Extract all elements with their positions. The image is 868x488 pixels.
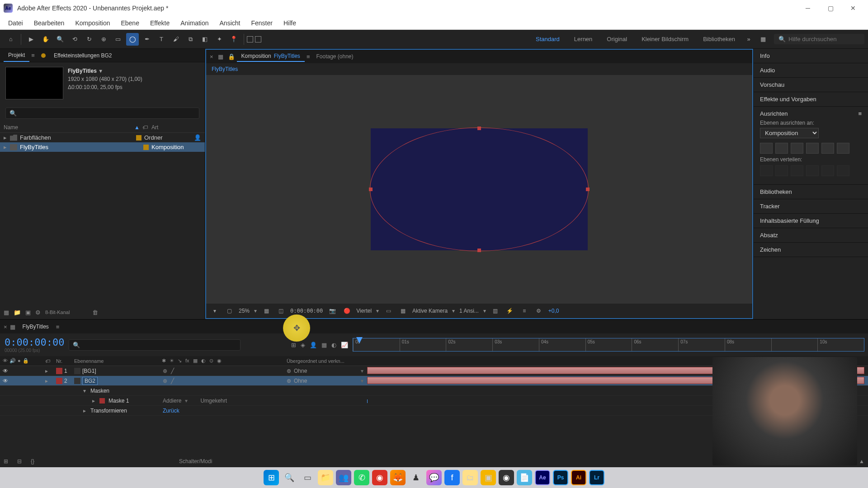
project-tab[interactable]: Projekt [4, 49, 29, 62]
new-folder-icon[interactable]: 📁 [14, 309, 21, 316]
obs-icon[interactable]: ◉ [499, 470, 514, 485]
zoom-tool-icon[interactable]: 🔍 [54, 33, 66, 46]
menu-effekte[interactable]: Effekte [145, 18, 175, 28]
minimize-button[interactable]: ─ [797, 0, 819, 16]
snapshot-icon[interactable]: 📷 [327, 306, 337, 316]
app-icon-3[interactable]: ▣ [481, 470, 496, 485]
notepad-icon[interactable]: 📄 [517, 470, 532, 485]
menu-datei[interactable]: Datei [3, 18, 28, 28]
align-hcenter-button[interactable] [775, 143, 788, 154]
mask-handle-left[interactable] [369, 188, 373, 191]
app-icon-2[interactable]: ♟ [408, 470, 424, 485]
switches-modes-toggle[interactable]: Schalter/Modi [179, 458, 212, 465]
puppet-tool-icon[interactable]: 📍 [227, 33, 240, 46]
panel-inhaltsbasierte-füllung[interactable]: Inhaltsbasierte Füllung [754, 214, 868, 228]
toggle-switches-icon[interactable]: ⊞ [4, 458, 8, 465]
help-search[interactable]: 🔍 [774, 34, 864, 44]
type-tool-icon[interactable]: T [155, 33, 168, 46]
current-time[interactable]: 0:00:00:00 [290, 308, 323, 314]
exposure-value[interactable]: +0,0 [548, 308, 559, 314]
menu-bearbeiten[interactable]: Bearbeiten [28, 18, 70, 28]
fill-swatch[interactable] [247, 36, 253, 42]
align-top-button[interactable] [806, 143, 819, 154]
workspace-kleiner bildschirm[interactable]: Kleiner Bildschirm [635, 33, 695, 45]
hand-tool-icon[interactable]: ✋ [39, 33, 52, 46]
display-icon[interactable]: ▢ [224, 306, 234, 316]
roto-tool-icon[interactable]: ✦ [213, 33, 226, 46]
project-item[interactable]: ▸FarbflächenOrdner👤 [0, 133, 205, 142]
panel-info[interactable]: Info [754, 49, 868, 63]
graph-editor-icon[interactable]: 📈 [341, 342, 348, 348]
panel-zeichen[interactable]: Zeichen [754, 243, 868, 257]
align-bottom-button[interactable] [837, 143, 849, 154]
rectangle-tool-icon[interactable]: ▭ [112, 33, 124, 46]
whatsapp-icon[interactable]: ✆ [354, 470, 369, 485]
align-right-button[interactable] [791, 143, 803, 154]
mask-handle-right[interactable] [586, 188, 590, 191]
menu-ansicht[interactable]: Ansicht [214, 18, 246, 28]
resolution-select[interactable]: Viertel [356, 308, 372, 314]
grid-icon[interactable]: ▦ [261, 306, 271, 316]
settings-icon[interactable]: ⚙ [35, 309, 41, 316]
panel-vorschau[interactable]: Vorschau [754, 78, 868, 92]
close-button[interactable]: ✕ [842, 0, 864, 16]
timeline-tab[interactable]: FlyByTitles [18, 322, 53, 332]
align-to-select[interactable]: Komposition [760, 128, 819, 138]
zoom-in-icon[interactable]: ▲ [859, 458, 864, 465]
mask-handle-bottom[interactable] [477, 249, 481, 252]
panel-bibliotheken[interactable]: Bibliotheken [754, 185, 868, 199]
app-icon[interactable]: ◉ [372, 470, 387, 485]
workspace-reset-icon[interactable]: ▦ [757, 33, 769, 46]
views-select[interactable]: 1 Ansi... [459, 308, 479, 314]
workspace-standard[interactable]: Standard [529, 33, 566, 45]
mask-ellipse[interactable] [370, 127, 589, 251]
after-effects-icon[interactable]: Ae [535, 470, 550, 485]
interpret-footage-icon[interactable]: ▦ [4, 309, 9, 316]
toggle-parent-icon[interactable]: {} [31, 458, 34, 465]
ellipse-tool-icon[interactable]: ◯ [126, 33, 139, 46]
bpc-label[interactable]: 8-Bit-Kanal [45, 310, 70, 315]
col-name-header[interactable]: Name [4, 124, 134, 131]
composition-canvas[interactable]: ✥ [206, 75, 752, 304]
align-left-button[interactable] [760, 143, 773, 154]
current-timecode[interactable]: 0:00:00:00 [5, 337, 64, 348]
messenger-icon[interactable]: 💬 [426, 470, 442, 485]
motion-blur-icon[interactable]: ◐ [331, 342, 336, 348]
new-comp-icon[interactable]: ▣ [25, 309, 31, 316]
shy-icon[interactable]: 👤 [310, 342, 317, 348]
lightroom-icon[interactable]: Lr [589, 470, 604, 485]
transparency-icon[interactable]: ▦ [398, 306, 408, 316]
trash-icon[interactable]: 🗑 [92, 309, 98, 316]
draft-3d-icon[interactable]: ◈ [301, 342, 305, 348]
pixel-aspect-icon[interactable]: ▥ [491, 306, 500, 316]
comp-stage[interactable] [371, 128, 588, 250]
frame-blend-icon[interactable]: ▦ [321, 342, 327, 348]
comp-breadcrumb[interactable]: FlyByTitles [206, 63, 752, 75]
stroke-swatch[interactable] [255, 36, 261, 42]
rotate-tool-icon[interactable]: ↻ [83, 33, 95, 46]
zoom-value[interactable]: 25% [239, 308, 250, 314]
teams-icon[interactable]: 👥 [336, 470, 351, 485]
panel-effekte-und-vorgaben[interactable]: Effekte und Vorgaben [754, 92, 868, 107]
camera-select[interactable]: Aktive Kamera [412, 308, 448, 314]
timeline-search[interactable]: 🔍 [69, 339, 241, 351]
align-vcenter-button[interactable] [821, 143, 834, 154]
firefox-icon[interactable]: 🦊 [390, 470, 406, 485]
col-type-header[interactable]: Art [151, 124, 201, 131]
time-ruler[interactable]: 0s01s02s03s04s05s06s07s08s10s [353, 338, 864, 352]
start-button[interactable]: ⊞ [264, 470, 279, 485]
explorer-icon[interactable]: 📁 [318, 470, 333, 485]
maximize-button[interactable]: ▢ [819, 0, 842, 16]
magnify-icon[interactable]: ▾ [210, 306, 220, 316]
menu-hilfe[interactable]: Hilfe [278, 18, 302, 28]
pan-behind-tool-icon[interactable]: ⊕ [97, 33, 110, 46]
toggle-modes-icon[interactable]: ⊟ [17, 458, 22, 465]
files-icon[interactable]: 🗂 [462, 470, 478, 485]
task-view-icon[interactable]: ▭ [300, 470, 315, 485]
roi-icon[interactable]: ▭ [383, 306, 393, 316]
menu-animation[interactable]: Animation [175, 18, 214, 28]
facebook-icon[interactable]: f [444, 470, 460, 485]
eraser-tool-icon[interactable]: ◧ [198, 33, 211, 46]
channel-icon[interactable]: 🔴 [342, 306, 352, 316]
col-parent[interactable]: Übergeordnet und verkn... [287, 358, 363, 364]
